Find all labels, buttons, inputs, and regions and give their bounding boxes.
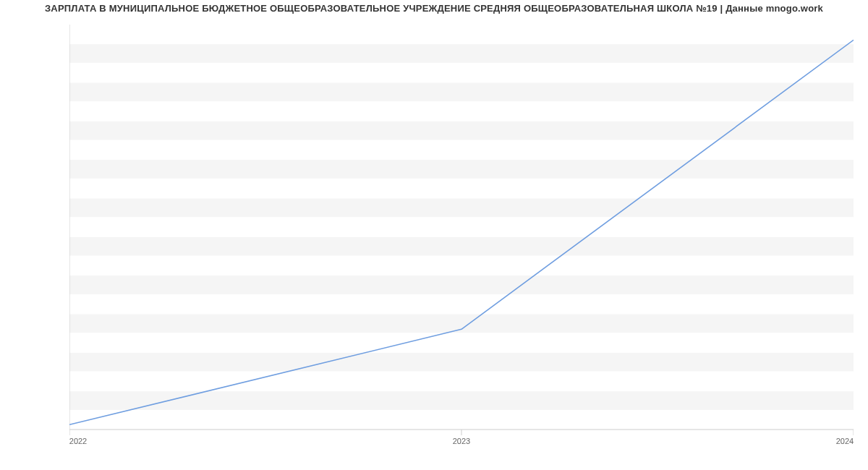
chart-container: ЗАРПЛАТА В МУНИЦИПАЛЬНОЕ БЮДЖЕТНОЕ ОБЩЕО…: [0, 0, 868, 470]
svg-rect-8: [69, 82, 854, 102]
chart-svg: 1520015400156001580016000162001640016600…: [69, 25, 854, 451]
svg-rect-6: [69, 160, 854, 179]
svg-rect-7: [69, 121, 854, 140]
svg-rect-0: [69, 391, 854, 411]
chart-plot-area: 1520015400156001580016000162001640016600…: [69, 25, 854, 430]
svg-rect-3: [69, 275, 854, 295]
svg-rect-4: [69, 236, 854, 256]
svg-rect-9: [69, 44, 854, 64]
svg-text:2023: 2023: [453, 437, 470, 445]
svg-text:2022: 2022: [69, 437, 87, 445]
svg-rect-2: [69, 314, 854, 333]
svg-text:2024: 2024: [836, 437, 854, 445]
chart-title: ЗАРПЛАТА В МУНИЦИПАЛЬНОЕ БЮДЖЕТНОЕ ОБЩЕО…: [0, 3, 868, 14]
svg-rect-1: [69, 352, 854, 372]
svg-rect-5: [69, 198, 854, 218]
